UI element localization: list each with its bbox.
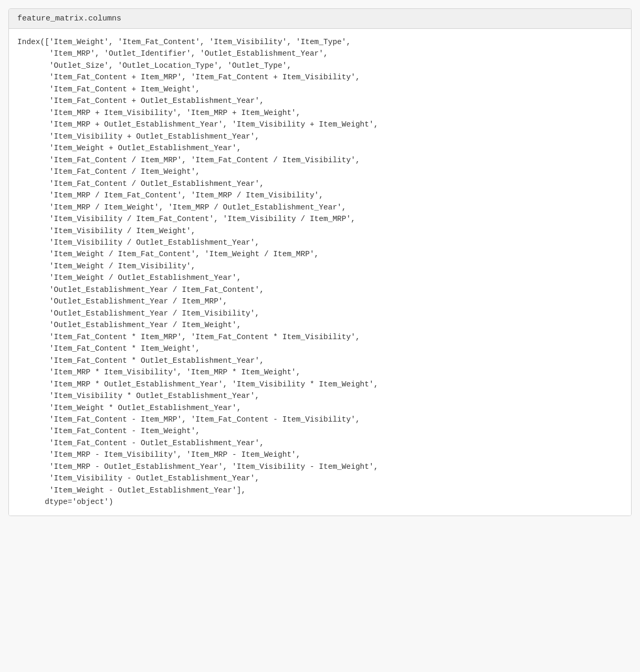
code-header-title: feature_matrix.columns bbox=[17, 14, 121, 23]
code-header: feature_matrix.columns bbox=[9, 9, 631, 29]
code-body: Index(['Item_Weight', 'Item_Fat_Content'… bbox=[9, 29, 631, 516]
code-block: feature_matrix.columns Index(['Item_Weig… bbox=[8, 8, 632, 516]
